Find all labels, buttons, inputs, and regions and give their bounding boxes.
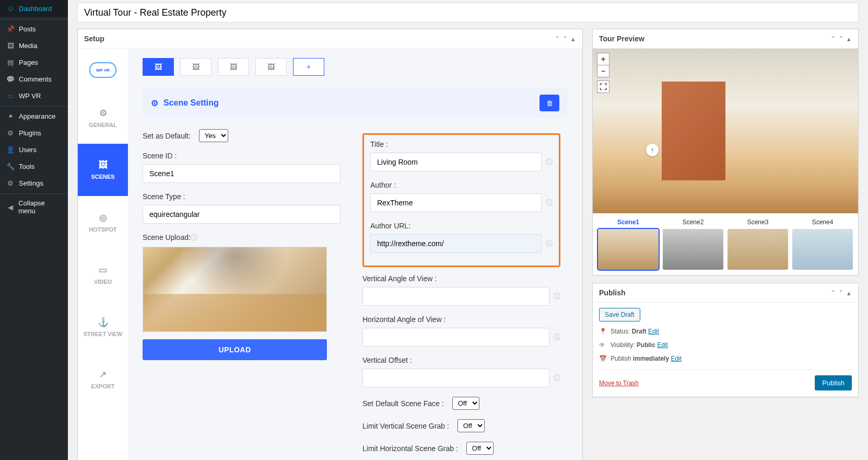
thumb-image <box>728 229 788 270</box>
arrow-up-icon: ↑ <box>651 146 654 154</box>
scene-upload-label: Scene Upload:ⓘ <box>143 233 341 243</box>
thumb-label: Scene2 <box>663 218 723 226</box>
set-default-label: Set as Default: <box>143 132 191 140</box>
scene-thumb-3[interactable]: Scene3 <box>728 218 788 270</box>
tab-label: STREET VIEW <box>84 331 123 337</box>
edit-status-link[interactable]: Edit <box>648 328 659 335</box>
panel-toggle-icon[interactable]: ▴ <box>846 289 852 297</box>
tab-streetview[interactable]: ⚓STREET VIEW <box>78 301 128 353</box>
nav-tools[interactable]: 🔧Tools <box>0 158 68 175</box>
hotspot-marker[interactable]: ↑ <box>646 144 659 156</box>
info-icon[interactable]: ⓘ <box>554 292 560 301</box>
nav-comments[interactable]: 💬Comments <box>0 71 68 87</box>
nav-users[interactable]: 👤Users <box>0 141 68 158</box>
nav-plugins[interactable]: ⚙Plugins <box>0 124 68 141</box>
status-row: 📍 Status: Draft Edit <box>599 328 852 335</box>
thumb-image <box>792 229 853 270</box>
collapse-icon: ◀ <box>6 203 14 211</box>
thumb-image <box>598 229 659 270</box>
scene-thumb-1[interactable]: Scene1 <box>598 218 659 270</box>
info-icon[interactable]: ⓘ <box>554 373 560 383</box>
voffset-input[interactable] <box>362 369 549 387</box>
wpvr-logo: WP VR <box>78 49 128 91</box>
zoom-in-button[interactable]: + <box>597 53 609 65</box>
calendar-icon: 📅 <box>599 355 606 362</box>
nav-label: Tools <box>19 163 34 170</box>
panel-up-icon[interactable]: ˄ <box>830 35 836 43</box>
author-url-label: Author URL: <box>370 222 553 230</box>
tab-label: SCENES <box>91 174 114 180</box>
title-input[interactable] <box>370 153 542 171</box>
panorama-viewport[interactable]: + − ⛶ ↑ <box>593 49 858 213</box>
info-icon[interactable]: ⓘ <box>191 234 197 242</box>
scene-tab-1[interactable]: 🖼 <box>143 58 174 76</box>
target-icon: ◎ <box>99 212 107 223</box>
nav-label: Users <box>19 146 37 154</box>
limit-v-select[interactable]: Off <box>458 419 485 432</box>
author-input[interactable] <box>370 193 542 212</box>
panel-down-icon[interactable]: ˅ <box>838 289 844 297</box>
tab-label: HOTSPOT <box>89 226 116 233</box>
scene-thumbnails: Scene1 Scene2 Scene3 Scene4 <box>593 213 858 275</box>
save-draft-button[interactable]: Save Draft <box>599 308 640 321</box>
info-icon[interactable]: ⓘ <box>546 239 553 248</box>
admin-sidebar: ⊙Dashboard 📌Posts 🖾Media ▤Pages 💬Comment… <box>0 0 68 460</box>
limit-h-select[interactable]: Off <box>466 442 494 455</box>
publish-button[interactable]: Publish <box>815 375 852 390</box>
scene-upload-thumbnail[interactable] <box>143 247 327 332</box>
nav-media[interactable]: 🖾Media <box>0 37 68 54</box>
limit-v-label: Limit Vertical Scene Grab : <box>362 422 449 430</box>
nav-appearance[interactable]: ✦Appearance <box>0 106 68 124</box>
fullscreen-button[interactable]: ⛶ <box>597 80 609 93</box>
zoom-out-button[interactable]: − <box>597 65 609 77</box>
tab-general[interactable]: ⚙GENERAL <box>78 91 128 144</box>
panel-up-icon[interactable]: ˄ <box>555 35 560 43</box>
edit-schedule-link[interactable]: Edit <box>671 355 682 362</box>
author-url-input[interactable] <box>370 234 542 253</box>
panel-toggle-icon[interactable]: ▴ <box>570 35 576 43</box>
tour-title-input[interactable] <box>77 3 859 22</box>
nav-pages[interactable]: ▤Pages <box>0 54 68 71</box>
panel-down-icon[interactable]: ˅ <box>838 35 844 43</box>
tab-video[interactable]: ▭VIDEO <box>78 248 128 301</box>
panel-toggle-icon[interactable]: ▴ <box>846 35 852 43</box>
upload-button[interactable]: UPLOAD <box>143 339 327 360</box>
publish-heading: Publish <box>599 289 626 297</box>
nav-settings[interactable]: ⚙Settings <box>0 175 68 191</box>
eye-icon: 👁 <box>599 341 606 349</box>
scene-tab-4[interactable]: 🖼 <box>255 58 287 76</box>
limit-h-label: Limit Horizontal Scene Grab : <box>362 444 458 453</box>
preview-heading: Tour Preview <box>599 34 644 43</box>
tab-hotspot[interactable]: ◎HOTSPOT <box>78 196 128 248</box>
scene-type-input[interactable] <box>143 205 341 224</box>
scene-thumb-2[interactable]: Scene2 <box>663 218 723 270</box>
info-icon[interactable]: ⓘ <box>546 157 553 167</box>
video-icon: ▭ <box>99 264 107 275</box>
nav-posts[interactable]: 📌Posts <box>0 19 68 37</box>
edit-visibility-link[interactable]: Edit <box>657 341 668 349</box>
set-default-select[interactable]: Yes <box>199 129 228 142</box>
scene-tab-2[interactable]: 🖼 <box>180 58 212 76</box>
delete-scene-button[interactable]: 🗑 <box>539 95 559 111</box>
scene-id-label: Scene ID : <box>143 152 341 160</box>
scene-id-input[interactable] <box>143 164 341 183</box>
haov-input[interactable] <box>362 328 549 347</box>
nav-collapse[interactable]: ◀Collapse menu <box>0 193 68 219</box>
panel-down-icon[interactable]: ˅ <box>562 35 568 43</box>
move-to-trash-link[interactable]: Move to Trash <box>599 380 639 387</box>
default-face-select[interactable]: Off <box>452 397 479 410</box>
tab-export[interactable]: ↗EXPORT <box>78 353 128 405</box>
nav-wpvr[interactable]: ▭WP VR <box>0 87 68 104</box>
scene-tabs: 🖼 🖼 🖼 🖼 ＋ <box>143 58 568 76</box>
scene-thumb-4[interactable]: Scene4 <box>792 218 853 270</box>
info-icon[interactable]: ⓘ <box>554 332 560 342</box>
pages-icon: ▤ <box>6 58 15 66</box>
scene-tab-3[interactable]: 🖼 <box>218 58 249 76</box>
info-icon[interactable]: ⓘ <box>546 198 553 208</box>
panel-up-icon[interactable]: ˄ <box>830 289 836 297</box>
nav-label: Appearance <box>19 112 55 120</box>
scene-tab-add[interactable]: ＋ <box>293 58 324 76</box>
tab-scenes[interactable]: 🖼SCENES <box>78 144 128 196</box>
nav-dashboard[interactable]: ⊙Dashboard <box>0 0 68 17</box>
vaov-input[interactable] <box>362 287 549 306</box>
